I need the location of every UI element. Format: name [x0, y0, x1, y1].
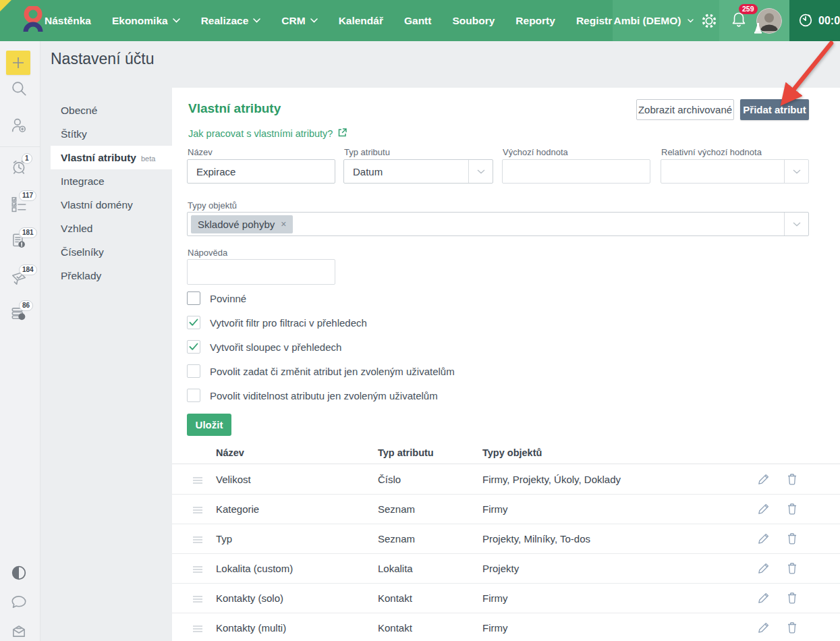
delete-icon[interactable]	[787, 621, 797, 636]
nav-item-realizace[interactable]: Realizace	[201, 15, 261, 27]
delete-icon[interactable]	[787, 532, 797, 547]
checkbox-row-sloupec: Vytvořit sloupec v přehledech	[187, 340, 341, 354]
nav-item-ekonomika[interactable]: Ekonomika	[112, 15, 180, 27]
help-link[interactable]: Jak pracovat s vlastními atributy?	[188, 128, 347, 140]
table-header: Název Typ atributu Typy objektů	[172, 445, 840, 464]
table-row: Velikost Číslo Firmy, Projekty, Úkoly, D…	[172, 465, 840, 495]
default-value-input[interactable]	[502, 159, 650, 184]
edit-icon[interactable]	[758, 503, 770, 518]
drag-handle-icon[interactable]	[192, 505, 203, 517]
chevron-down-icon	[784, 160, 808, 183]
settings-item-vlastni-domeny[interactable]: Vlastní domény	[40, 193, 172, 217]
nav-item-gantt[interactable]: Gantt	[404, 15, 431, 27]
inbox-icon[interactable]	[10, 622, 28, 640]
cell-objects: Projekty, Milníky, To-dos	[482, 533, 590, 545]
delete-icon[interactable]	[787, 473, 797, 488]
timer-section[interactable]: 00:00	[789, 0, 840, 41]
nav-label: CRM	[281, 15, 305, 27]
object-types-multiselect[interactable]: Skladové pohyby ×	[187, 212, 809, 236]
add-person-icon[interactable]	[10, 117, 28, 134]
settings-item-obecne[interactable]: Obecné	[40, 99, 172, 122]
checkbox-row-povolit-zadat: Povolit zadat či změnit atribut jen zvol…	[187, 364, 455, 378]
tasks-badge: 117	[19, 190, 36, 201]
checkbox-unchecked[interactable]	[187, 291, 200, 305]
edit-icon[interactable]	[758, 532, 770, 547]
settings-menu: Obecné Štítky Vlastní atributybeta Integ…	[40, 99, 172, 287]
checkbox-label: Povolit zadat či změnit atribut jen zvol…	[210, 366, 455, 377]
settings-item-label: Štítky	[61, 128, 87, 140]
add-attribute-button[interactable]: Přidat atribut	[740, 99, 809, 120]
chevron-down-icon	[784, 213, 808, 235]
cell-objects: Firmy	[482, 622, 508, 634]
cell-name: Velikost	[216, 474, 251, 485]
nav-label: Nástěnka	[45, 15, 91, 27]
beta-badge: beta	[141, 155, 155, 163]
remove-tag-icon[interactable]: ×	[281, 219, 286, 229]
checkbox-unchecked[interactable]	[187, 364, 200, 378]
settings-item-integrace[interactable]: Integrace	[40, 169, 172, 193]
cell-name: Lokalita (custom)	[216, 563, 293, 574]
relative-default-label: Relativní výchozí hodnota	[661, 147, 762, 157]
search-icon[interactable]	[10, 80, 28, 97]
settings-item-vzhled[interactable]: Vzhled	[40, 217, 172, 240]
settings-item-label: Překlady	[61, 270, 101, 281]
settings-item-label: Integrace	[61, 175, 105, 187]
drag-handle-icon[interactable]	[192, 594, 203, 606]
nav-item-soubory[interactable]: Soubory	[452, 15, 495, 27]
help-field-input[interactable]	[187, 259, 335, 285]
delete-icon[interactable]	[787, 503, 797, 518]
checkbox-checked[interactable]	[187, 340, 200, 354]
chevron-down-icon	[173, 18, 180, 23]
icon-sidebar: 1 117 181 184 86	[0, 41, 40, 641]
account-menu[interactable]: Ambi (DEMO)	[613, 0, 719, 41]
edit-icon[interactable]	[758, 562, 770, 577]
user-avatar[interactable]	[756, 8, 782, 34]
contrast-icon[interactable]	[10, 564, 28, 582]
cell-type: Číslo	[378, 474, 401, 485]
gear-icon[interactable]	[700, 12, 718, 30]
top-navbar: Nástěnka Ekonomika Realizace CRM Kalendá…	[0, 0, 840, 41]
drag-handle-icon[interactable]	[192, 534, 203, 547]
nav-item-kalendar[interactable]: Kalendář	[339, 15, 383, 27]
drag-handle-icon[interactable]	[192, 564, 203, 576]
delete-icon[interactable]	[787, 562, 797, 577]
drag-handle-icon[interactable]	[192, 623, 203, 636]
settings-item-label: Číselníky	[61, 246, 104, 258]
save-button[interactable]: Uložit	[187, 414, 231, 436]
name-input[interactable]	[187, 159, 335, 184]
settings-item-vlastni-atributy[interactable]: Vlastní atributybeta	[51, 146, 172, 169]
cell-objects: Firmy	[482, 592, 508, 604]
edit-icon[interactable]	[758, 621, 770, 636]
cell-type: Kontakt	[378, 592, 412, 604]
nav-item-nastenka[interactable]: Nástěnka	[45, 15, 91, 27]
chat-icon[interactable]	[10, 593, 28, 611]
settings-item-ciselniky[interactable]: Číselníky	[40, 240, 172, 264]
settings-item-stitky[interactable]: Štítky	[40, 122, 172, 146]
table-row: Kategorie Seznam Firmy	[172, 495, 840, 524]
drag-handle-icon[interactable]	[192, 475, 203, 487]
relative-default-select[interactable]	[661, 159, 809, 184]
nav-item-registr[interactable]: Registr	[576, 15, 612, 27]
show-archived-button[interactable]: Zobrazit archivované	[636, 99, 734, 120]
notifications-bell[interactable]: 259	[730, 10, 748, 31]
nav-item-reporty[interactable]: Reporty	[515, 15, 555, 27]
settings-item-label: Vzhled	[61, 223, 92, 234]
timer-icon	[797, 11, 814, 30]
content-panel: Vlastní atributy Zobrazit archivované Př…	[172, 88, 840, 641]
edit-icon[interactable]	[758, 592, 770, 607]
nav-label: Ekonomika	[112, 15, 168, 27]
edit-icon[interactable]	[758, 473, 770, 488]
checkbox-checked[interactable]	[187, 316, 200, 329]
cell-objects: Firmy, Projekty, Úkoly, Doklady	[482, 474, 621, 485]
nav-item-crm[interactable]: CRM	[281, 15, 317, 27]
chevron-down-icon	[253, 18, 260, 23]
delete-icon[interactable]	[787, 592, 797, 607]
settings-item-label: Vlastní domény	[61, 199, 133, 211]
checkbox-unchecked[interactable]	[187, 389, 200, 402]
app-logo[interactable]	[23, 6, 43, 36]
cell-type: Lokalita	[378, 563, 413, 574]
settings-item-preklady[interactable]: Překlady	[40, 264, 172, 287]
attribute-type-select[interactable]: Datum	[343, 159, 493, 184]
add-button[interactable]	[6, 51, 30, 75]
checkbox-row-povolit-viditelnost: Povolit viditelnost atributu jen zvolený…	[187, 389, 438, 402]
